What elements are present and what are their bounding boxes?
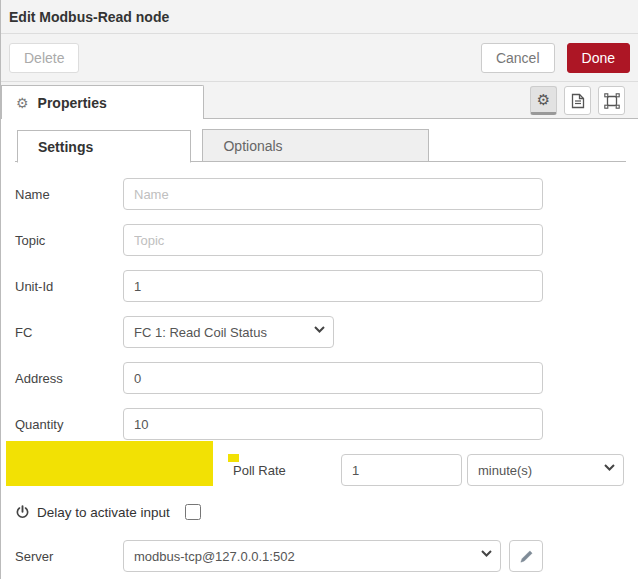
properties-gear-button[interactable]: ⚙ <box>530 86 557 115</box>
tab-properties-label: Properties <box>38 95 107 111</box>
gear-icon: ⚙ <box>537 92 550 107</box>
address-label: Address <box>15 371 123 386</box>
unit-id-row: Unit-Id <box>15 270 624 302</box>
tab-icon-buttons: ⚙ <box>530 86 625 115</box>
delay-row: Delay to activate input <box>15 500 624 524</box>
topic-input[interactable] <box>123 224 543 256</box>
poll-rate-unit-select[interactable]: minute(s) <box>467 454 624 486</box>
unit-id-label: Unit-Id <box>15 279 123 294</box>
name-input[interactable] <box>123 178 543 210</box>
fc-label: FC <box>15 325 123 340</box>
topic-label: Topic <box>15 233 123 248</box>
quantity-row: Quantity <box>15 408 624 440</box>
settings-tab-bar: Settings Optionals <box>15 129 626 162</box>
fc-select[interactable]: FC 1: Read Coil Status <box>123 316 334 348</box>
delay-checkbox[interactable] <box>185 504 201 520</box>
editor-tab-bar: ⚙ Properties ⚙ <box>1 82 638 119</box>
tab-optionals-label: Optionals <box>223 138 282 154</box>
tab-settings[interactable]: Settings <box>17 130 191 163</box>
appearance-frame-button[interactable] <box>598 86 625 115</box>
gear-icon: ⚙ <box>16 96 29 110</box>
cancel-button[interactable]: Cancel <box>481 43 555 73</box>
description-doc-button[interactable] <box>564 86 591 115</box>
edit-server-button[interactable] <box>509 540 543 572</box>
poll-rate-label: Poll Rate <box>233 463 341 478</box>
fc-row: FC FC 1: Read Coil Status <box>15 316 624 348</box>
dialog-title: Edit Modbus-Read node <box>9 9 169 25</box>
done-button[interactable]: Done <box>567 43 630 73</box>
pencil-icon <box>519 549 534 564</box>
name-row: Name <box>15 178 624 210</box>
delay-label: Delay to activate input <box>37 505 170 520</box>
poll-rate-input[interactable] <box>341 454 462 486</box>
server-row: Server modbus-tcp@127.0.0.1:502 <box>15 540 624 572</box>
server-select[interactable]: modbus-tcp@127.0.0.1:502 <box>123 540 501 572</box>
yellow-highlight-edge <box>228 454 239 462</box>
address-row: Address <box>15 362 624 394</box>
fc-select-wrap: FC 1: Read Coil Status <box>123 316 334 348</box>
unit-id-input[interactable] <box>123 270 543 302</box>
poll-rate-row: Poll Rate minute(s) <box>15 454 624 486</box>
tab-optionals[interactable]: Optionals <box>202 129 429 162</box>
server-label: Server <box>15 549 123 564</box>
appearance-icon <box>604 93 620 109</box>
quantity-input[interactable] <box>123 408 543 440</box>
delete-button[interactable]: Delete <box>9 43 79 73</box>
document-icon <box>571 93 585 109</box>
yellow-highlight <box>6 441 213 486</box>
address-input[interactable] <box>123 362 543 394</box>
properties-panel: Settings Optionals Name Topic Unit-Id FC <box>1 119 638 572</box>
dialog-toolbar: Delete Cancel Done <box>1 34 638 82</box>
server-select-wrap: modbus-tcp@127.0.0.1:502 <box>123 540 501 572</box>
topic-row: Topic <box>15 224 624 256</box>
poll-rate-unit-wrap: minute(s) <box>467 454 624 486</box>
quantity-label: Quantity <box>15 417 123 432</box>
dialog-header: Edit Modbus-Read node <box>1 0 638 34</box>
edit-node-dialog: Edit Modbus-Read node Delete Cancel Done… <box>0 0 638 579</box>
tab-settings-label: Settings <box>38 139 93 155</box>
power-icon <box>15 504 30 520</box>
toolbar-right: Cancel Done <box>481 43 630 73</box>
tab-properties[interactable]: ⚙ Properties <box>1 85 204 119</box>
name-label: Name <box>15 187 123 202</box>
